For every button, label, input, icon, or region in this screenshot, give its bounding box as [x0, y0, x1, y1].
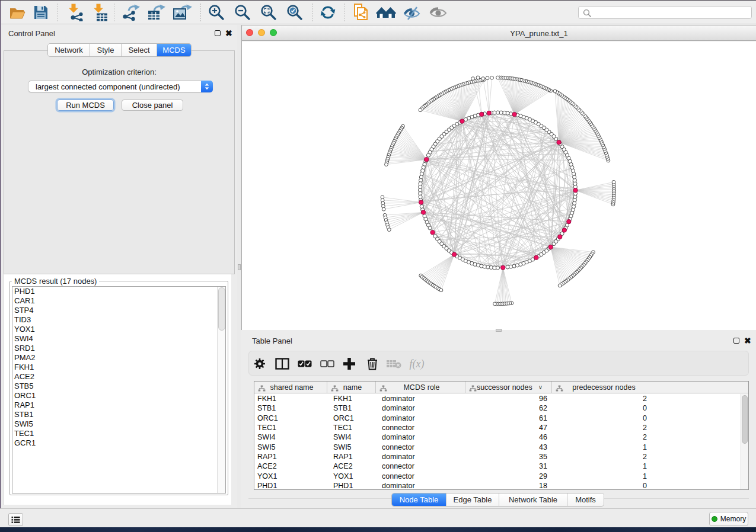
sort-descending-icon[interactable]: ∨ [538, 384, 543, 390]
table-row[interactable]: FKH1FKH1dominator962 [254, 394, 741, 403]
table-cell[interactable]: dominator [376, 453, 465, 461]
table-cell[interactable]: 61 [465, 414, 552, 422]
mcds-hub-node[interactable] [452, 252, 456, 257]
add-icon[interactable] [340, 355, 358, 373]
mcds-hub-node[interactable] [425, 158, 429, 162]
network-window-titlebar[interactable]: YPA_prune.txt_1 [242, 26, 756, 41]
search-box[interactable] [578, 6, 752, 19]
table-cell[interactable]: TEC1 [254, 424, 327, 432]
table-cell[interactable]: 2 [552, 395, 653, 403]
table-cell[interactable]: STB1 [254, 404, 327, 412]
table-cell[interactable]: dominator [376, 433, 465, 441]
table-cell[interactable]: 1 [552, 472, 653, 480]
mcds-result-item[interactable]: CAR1 [12, 296, 216, 306]
tab-select[interactable]: Select [122, 44, 157, 56]
split-panel-icon[interactable] [273, 355, 291, 373]
float-panel-icon[interactable] [733, 338, 739, 344]
table-cell[interactable]: 96 [465, 395, 552, 403]
import-network-icon[interactable] [64, 2, 85, 23]
table-cell[interactable]: SWI4 [327, 433, 376, 441]
mcds-hub-node[interactable] [421, 210, 425, 214]
table-scrollbar-thumb[interactable] [742, 395, 748, 444]
table-cell[interactable]: dominator [376, 404, 465, 412]
mcds-result-list[interactable]: PHD1CAR1STP4TID3YOX1SWI4SRD1PMA2FKH1ACE2… [12, 287, 216, 493]
mcds-hub-node[interactable] [430, 230, 435, 235]
table-row[interactable]: ACE2ACE2connector311 [254, 462, 741, 471]
close-panel-icon[interactable]: ✖ [225, 30, 232, 37]
mcds-result-item[interactable]: GCR1 [12, 438, 216, 448]
column-header-predecessor-nodes[interactable]: predecessor nodes [552, 382, 653, 393]
table-cell[interactable]: connector [376, 424, 465, 432]
table-cell[interactable]: 29 [465, 472, 552, 480]
status-menu-button[interactable] [8, 513, 23, 526]
mcds-result-item[interactable]: STP4 [12, 306, 216, 315]
table-row[interactable]: SWI4SWI4dominator462 [254, 432, 741, 442]
mcds-hub-node[interactable] [557, 140, 561, 145]
mcds-result-item[interactable]: PHD1 [12, 287, 216, 296]
vertical-splitter-handle[interactable] [238, 264, 241, 270]
hide-selected-icon[interactable] [401, 2, 423, 23]
tab-motifs[interactable]: Motifs [567, 493, 604, 506]
tab-network[interactable]: Network [48, 44, 90, 56]
mcds-result-item[interactable]: FKH1 [12, 363, 216, 372]
tab-edge-table[interactable]: Edge Table [446, 493, 499, 506]
mcds-result-item[interactable]: TID3 [12, 315, 216, 325]
memory-button[interactable]: Memory [709, 512, 748, 526]
column-header-name[interactable]: name [327, 382, 376, 393]
table-cell[interactable]: 1 [552, 443, 653, 451]
tab-network-table[interactable]: Network Table [499, 493, 567, 506]
show-all-icon[interactable] [428, 2, 449, 23]
table-cell[interactable]: FKH1 [254, 395, 327, 403]
table-cell[interactable]: 31 [465, 462, 552, 470]
export-network-icon[interactable] [120, 2, 142, 23]
mcds-hub-node[interactable] [460, 119, 464, 123]
mcds-hub-node[interactable] [562, 228, 566, 232]
mcds-hub-node[interactable] [487, 111, 491, 115]
table-cell[interactable]: dominator [376, 395, 465, 403]
table-cell[interactable]: 35 [465, 453, 552, 461]
tab-style[interactable]: Style [90, 44, 122, 56]
table-cell[interactable]: ACE2 [254, 462, 327, 470]
table-cell[interactable]: connector [376, 462, 465, 470]
table-row[interactable]: ORC1ORC1dominator610 [254, 414, 741, 423]
select-all-columns-icon[interactable] [296, 355, 314, 373]
zoom-out-icon[interactable] [232, 2, 253, 23]
table-cell[interactable]: 2 [552, 453, 653, 461]
table-cell[interactable]: 1 [552, 462, 653, 470]
table-cell[interactable]: dominator [376, 414, 465, 422]
table-cell[interactable]: RAP1 [327, 453, 376, 461]
table-cell[interactable]: dominator [376, 482, 465, 490]
table-cell[interactable]: connector [376, 443, 465, 451]
mcds-list-scrollbar-thumb[interactable] [218, 287, 225, 331]
mcds-result-item[interactable]: STB5 [12, 382, 216, 391]
table-cell[interactable]: connector [376, 472, 465, 480]
delete-table-icon[interactable] [385, 355, 403, 373]
float-panel-icon[interactable] [215, 30, 221, 36]
mcds-hub-node[interactable] [548, 245, 553, 249]
table-cell[interactable]: SWI5 [254, 443, 327, 451]
table-row[interactable]: YOX1YOX1connector291 [254, 471, 741, 480]
table-cell[interactable]: TEC1 [327, 424, 376, 432]
table-cell[interactable]: 18 [465, 482, 552, 490]
mcds-list-scrollbar[interactable] [217, 287, 225, 493]
unselect-all-columns-icon[interactable] [318, 355, 336, 373]
mcds-result-item[interactable]: PMA2 [12, 353, 216, 363]
mcds-hub-node[interactable] [573, 188, 578, 193]
table-cell[interactable]: 47 [465, 424, 552, 432]
mcds-result-item[interactable]: RAP1 [12, 400, 216, 410]
vertical-splitter[interactable] [237, 25, 241, 508]
table-cell[interactable]: 0 [552, 414, 653, 422]
table-cell[interactable]: ORC1 [254, 414, 327, 422]
first-neighbors-icon[interactable] [376, 2, 397, 23]
table-cell[interactable]: SWI5 [327, 443, 376, 451]
mcds-result-item[interactable]: ACE2 [12, 372, 216, 382]
mcds-result-item[interactable]: SWI5 [12, 419, 216, 429]
table-cell[interactable]: PHD1 [254, 482, 327, 490]
table-cell[interactable]: 62 [465, 404, 552, 412]
mcds-hub-node[interactable] [558, 235, 562, 239]
mcds-result-item[interactable]: ORC1 [12, 391, 216, 400]
table-cell[interactable]: 46 [465, 433, 552, 441]
delete-icon[interactable] [363, 355, 381, 373]
table-cell[interactable]: 43 [465, 443, 552, 451]
zoom-selected-icon[interactable] [284, 2, 305, 23]
